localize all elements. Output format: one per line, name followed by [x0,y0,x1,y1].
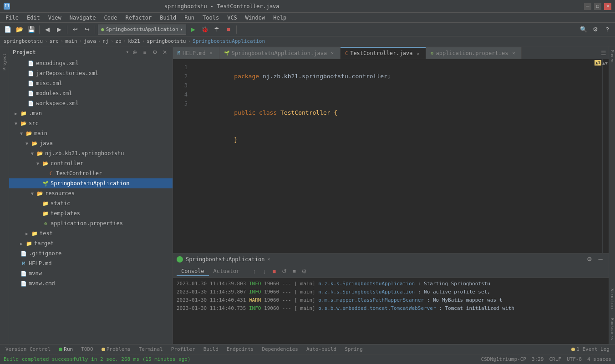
menu-run[interactable]: Run [181,14,198,22]
tree-item-resources[interactable]: ▼ 📂 resources [9,188,173,198]
run-tab-close[interactable]: ✕ [267,257,270,262]
footer-tab-run[interactable]: Run [55,345,76,353]
settings-button[interactable]: ⚙ [590,25,600,35]
run-minimize-button[interactable]: ─ [596,255,605,264]
breadcrumb-springbootstu[interactable]: springbootstu [147,38,186,44]
tree-item-target[interactable]: ▶ 📁 target [9,238,173,248]
breadcrumb-java[interactable]: java [84,38,96,44]
scroll-up-button[interactable]: ↑ [249,267,259,276]
menu-edit[interactable]: Edit [23,14,44,22]
project-add-button[interactable]: ⊕ [131,48,139,56]
menu-code[interactable]: Code [101,14,121,22]
debug-button[interactable]: 🐞 [200,25,210,35]
tab-testcontroller[interactable]: C TestController.java ✕ [341,47,426,59]
tree-item-helpmd[interactable]: M HELP.md [9,258,173,268]
run-sub-tab-actuator[interactable]: Actuator [209,267,244,276]
rerun-button[interactable]: ↺ [280,267,289,276]
menu-refactor[interactable]: Refactor [122,14,155,22]
tree-item-test[interactable]: ▶ 📁 test [9,228,173,238]
breadcrumb-active[interactable]: SpringbootstuApplication [193,38,265,44]
footer-tab-endpoints[interactable]: Endpoints [223,345,258,353]
breadcrumb-zb[interactable]: zb [115,38,121,44]
forward-button[interactable]: ▶ [54,25,64,35]
footer-tab-profiler[interactable]: Profiler [168,345,199,353]
tree-item-appprops[interactable]: ⚙ application.properties [9,218,173,228]
menu-build[interactable]: Build [156,14,180,22]
tree-item-main[interactable]: ▼ 📂 main [9,128,173,138]
tab-close-appprops[interactable]: ✕ [510,50,517,56]
tree-item-templates[interactable]: 📁 templates [9,208,173,218]
run-button[interactable]: ▶ [188,25,198,35]
tab-helpmd[interactable]: M HELP.md ✕ [173,47,219,59]
window-controls[interactable]: ─ □ ✕ [584,3,611,10]
footer-tab-dependencies[interactable]: Dependencies [258,345,301,353]
tree-item-encodings[interactable]: 📄 encodings.xml [9,58,173,68]
tab-close-testcontroller[interactable]: ✕ [415,50,421,56]
menu-help[interactable]: Help [269,14,290,22]
footer-tab-todo[interactable]: TODO [77,345,97,353]
save-button[interactable]: 💾 [26,25,36,35]
back-button[interactable]: ◀ [42,25,52,35]
tree-item-static[interactable]: 📁 static [9,198,173,208]
open-button[interactable]: 📂 [15,25,25,35]
tab-close-helpmd[interactable]: ✕ [208,50,214,56]
tab-springapp[interactable]: 🌱 SpringbootstuApplication.java ✕ [219,47,341,59]
tree-item-gitignore[interactable]: 📄 .gitignore [9,248,173,258]
tree-item-springbootapp[interactable]: 🌱 SpringbootstuApplication [9,178,173,188]
tabs-menu-button[interactable]: ☰ [599,47,609,59]
menu-navigate[interactable]: Navigate [66,14,100,22]
breadcrumb-main[interactable]: main [65,38,77,44]
redo-button[interactable]: ↪ [82,25,92,35]
tree-item-mvn[interactable]: ▶ 📁 .mvn [9,108,173,118]
tree-item-src[interactable]: ▼ 📂 src [9,118,173,128]
tree-item-mvnw[interactable]: 📄 mvnw [9,268,173,278]
stop-button[interactable]: ■ [224,25,234,35]
code-editor[interactable]: package nj.zb.kb21.springbootstu.control… [191,59,602,253]
filter-button[interactable]: ≡ [290,267,299,276]
maven-panel-label[interactable]: Maven [610,46,615,66]
footer-tab-problems[interactable]: Problems [98,345,134,353]
menu-view[interactable]: View [45,14,65,22]
breadcrumb-root[interactable]: springbootstu [4,38,43,44]
footer-tab-eventlog[interactable]: 1 Event Log [568,345,613,353]
tree-item-modules[interactable]: 📄 modules.xml [9,88,173,98]
minimize-button[interactable]: ─ [584,3,591,10]
help-button[interactable]: ? [602,25,612,35]
tree-item-jarrepos[interactable]: 📄 jarRepositories.xml [9,68,173,78]
tree-item-testcontroller[interactable]: C TestController [9,168,173,178]
project-side-icon[interactable]: Project [1,48,8,76]
close-button[interactable]: ✕ [604,3,611,10]
project-close-button[interactable]: ✕ [161,48,169,56]
menu-file[interactable]: File [2,14,22,22]
tab-appprops[interactable]: ⚙ application.properties ✕ [426,47,522,59]
menu-vcs[interactable]: VCS [224,14,241,22]
breadcrumb-kb21[interactable]: kb21 [128,38,140,44]
status-position[interactable]: 3:29 [532,356,544,362]
coverage-button[interactable]: ☂ [212,25,222,35]
new-file-button[interactable]: 📄 [3,25,13,35]
footer-tab-autobuild[interactable]: Auto-build [303,345,340,353]
bookmarks-panel-label[interactable]: Bookmarks [610,314,615,344]
menu-window[interactable]: Window [242,14,269,22]
breadcrumb-src[interactable]: src [50,38,59,44]
maximize-button[interactable]: □ [594,3,601,10]
run-config-dropdown[interactable]: ● SpringbootstuApplication ▾ [98,25,186,35]
project-collapse-button[interactable]: ≡ [141,48,149,56]
status-encoding[interactable]: UTF-8 [567,356,582,362]
footer-tab-terminal[interactable]: Terminal [135,345,167,353]
status-indent[interactable]: 4 spaces [587,356,611,362]
search-button[interactable]: 🔍 [579,25,589,35]
tree-item-java-folder[interactable]: ▼ 📂 java [9,138,173,148]
run-settings-button[interactable]: ⚙ [585,255,594,264]
structure-panel-label[interactable]: Structure [610,285,615,314]
tree-item-workspace[interactable]: 📄 workspace.xml [9,98,173,108]
footer-tab-build[interactable]: Build [200,345,222,353]
menu-tools[interactable]: Tools [199,14,223,22]
tree-item-package[interactable]: ▼ 📂 nj.zb.kb21.springbootstu [9,148,173,158]
tab-close-springapp[interactable]: ✕ [329,50,335,56]
tree-item-misc[interactable]: 📄 misc.xml [9,78,173,88]
breadcrumb-nj[interactable]: nj [102,38,108,44]
tree-item-mvnwcmd[interactable]: 📄 mvnw.cmd [9,278,173,288]
warning-nav-down[interactable]: ▼ [605,61,608,66]
project-settings-button[interactable]: ⚙ [151,48,159,56]
